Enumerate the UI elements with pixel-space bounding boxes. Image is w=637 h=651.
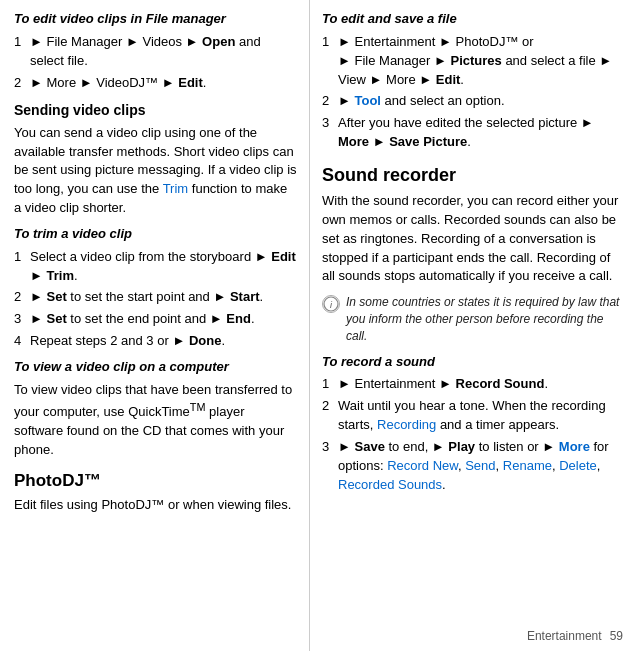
record-title: To record a sound: [322, 353, 625, 372]
arrow-icon: ►: [370, 72, 383, 87]
list-item: 1 ► Entertainment ► Record Sound.: [322, 375, 625, 394]
note-box: i In some countries or states it is requ…: [322, 294, 625, 344]
list-item: 2 ► Set to set the start point and ► Sta…: [14, 288, 297, 307]
arrow-icon: ►: [338, 53, 351, 68]
list-item: 4 Repeat steps 2 and 3 or ► Done.: [14, 332, 297, 351]
svg-text:i: i: [330, 300, 333, 310]
trim-title: To trim a video clip: [14, 225, 297, 244]
list-item: 1 Select a video clip from the storyboar…: [14, 248, 297, 286]
footer-label: Entertainment: [527, 629, 602, 643]
info-icon: i: [322, 295, 340, 313]
sending-body: You can send a video clip using one of t…: [14, 124, 297, 218]
left-column: To edit video clips in File manager 1 ► …: [0, 0, 310, 651]
list-item: 1 ► File Manager ► Videos ► Open and sel…: [14, 33, 297, 71]
arrow-icon: ►: [373, 134, 386, 149]
edit-save-title: To edit and save a file: [322, 10, 625, 29]
trim-link: Trim: [163, 181, 189, 196]
arrow-icon: ►: [419, 72, 432, 87]
photodj-body: Edit files using PhotoDJ™ or when viewin…: [14, 496, 297, 515]
sound-recorder-title: Sound recorder: [322, 162, 625, 188]
arrow-icon: ►: [210, 311, 223, 326]
list-item: 3 ► Save to end, ► Play to listen or ► M…: [322, 438, 625, 495]
sound-recorder-body: With the sound recorder, you can record …: [322, 192, 625, 286]
arrow-icon: ►: [439, 34, 452, 49]
view-body: To view video clips that have been trans…: [14, 381, 297, 460]
arrow-icon: ►: [338, 34, 351, 49]
arrow-icon: ►: [542, 439, 555, 454]
list-item: 2 ► More ► VideoDJ™ ► Edit.: [14, 74, 297, 93]
arrow-icon: ►: [162, 75, 175, 90]
arrow-icon: ►: [439, 376, 452, 391]
footer: Entertainment 59: [527, 629, 623, 643]
list-item: 3 After you have edited the selected pic…: [322, 114, 625, 152]
view-title: To view a video clip on a computer: [14, 358, 297, 377]
edit-video-steps: 1 ► File Manager ► Videos ► Open and sel…: [14, 33, 297, 93]
arrow-icon: ►: [30, 268, 43, 283]
arrow-icon: ►: [172, 333, 185, 348]
edit-video-title: To edit video clips in File manager: [14, 10, 297, 29]
right-column: To edit and save a file 1 ► Entertainmen…: [310, 0, 637, 651]
arrow-icon: ►: [338, 439, 351, 454]
arrow-icon: ►: [30, 34, 43, 49]
photodj-title: PhotoDJ™: [14, 469, 297, 494]
arrow-icon: ►: [255, 249, 268, 264]
arrow-icon: ►: [30, 311, 43, 326]
list-item: 3 ► Set to set the end point and ► End.: [14, 310, 297, 329]
arrow-icon: ►: [80, 75, 93, 90]
note-text: In some countries or states it is requir…: [346, 294, 625, 344]
arrow-icon: ►: [432, 439, 445, 454]
arrow-icon: ►: [338, 376, 351, 391]
arrow-icon: ►: [126, 34, 139, 49]
arrow-icon: ►: [581, 115, 594, 130]
list-item: 2 Wait until you hear a tone. When the r…: [322, 397, 625, 435]
edit-save-steps: 1 ► Entertainment ► PhotoDJ™ or ► File M…: [322, 33, 625, 152]
arrow-icon: ►: [434, 53, 447, 68]
recording-label: Recording: [377, 417, 436, 432]
arrow-icon: ►: [186, 34, 199, 49]
arrow-icon: ►: [338, 93, 351, 108]
arrow-icon: ►: [599, 53, 612, 68]
arrow-icon: ►: [30, 75, 43, 90]
arrow-icon: ►: [30, 289, 43, 304]
arrow-icon: ►: [213, 289, 226, 304]
record-steps: 1 ► Entertainment ► Record Sound. 2 Wait…: [322, 375, 625, 494]
list-item: 2 ► Tool and select an option.: [322, 92, 625, 111]
trim-steps: 1 Select a video clip from the storyboar…: [14, 248, 297, 351]
footer-page: 59: [610, 629, 623, 643]
sending-title: Sending video clips: [14, 100, 297, 120]
list-item: 1 ► Entertainment ► PhotoDJ™ or ► File M…: [322, 33, 625, 90]
